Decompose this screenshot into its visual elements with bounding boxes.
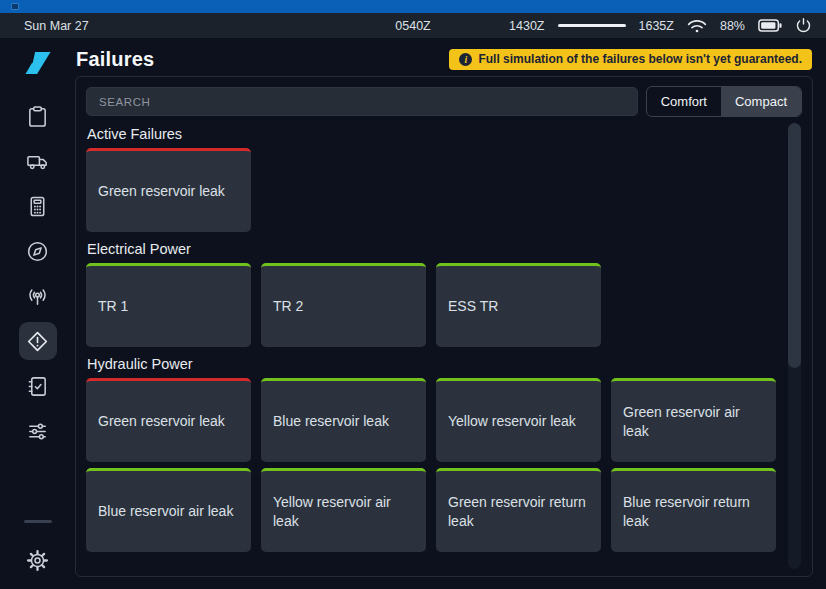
- warning-banner-text: Full simulation of the failures below is…: [478, 52, 802, 66]
- section-title: Active Failures: [87, 126, 775, 143]
- statusbar-slider-start-time: 1430Z: [509, 19, 544, 33]
- scrollbar-thumb[interactable]: [788, 123, 801, 368]
- sidebar-item-settings[interactable]: [19, 541, 57, 579]
- time-slider[interactable]: [558, 24, 626, 27]
- statusbar: Sun Mar 27 0540Z 1430Z 1635Z 88%: [0, 13, 826, 38]
- warning-banner: i Full simulation of the failures below …: [449, 49, 812, 70]
- failure-card-yellow-reservoir-leak[interactable]: Yellow reservoir leak: [436, 378, 601, 462]
- failure-card-label: Green reservoir leak: [98, 182, 225, 201]
- sidebar: [0, 38, 75, 589]
- compact-view-button[interactable]: Compact: [721, 87, 801, 116]
- scrollbar-track[interactable]: [788, 123, 801, 569]
- sidebar-item-performance[interactable]: [19, 187, 57, 225]
- section-title: Hydraulic Power: [87, 356, 775, 373]
- broadcast-icon: [26, 285, 49, 308]
- failure-card-blue-reservoir-leak[interactable]: Blue reservoir leak: [261, 378, 426, 462]
- failure-card-yellow-reservoir-air-leak[interactable]: Yellow reservoir air leak: [261, 468, 426, 552]
- page-title: Failures: [76, 48, 154, 71]
- failure-card-label: Green reservoir return leak: [448, 493, 589, 531]
- failure-card-label: TR 2: [273, 297, 303, 316]
- sidebar-divider: [24, 520, 52, 523]
- failure-card-tr-1[interactable]: TR 1: [86, 263, 251, 347]
- warning-diamond-icon: [26, 330, 49, 353]
- failure-card-green-reservoir-leak[interactable]: Green reservoir leak: [86, 148, 251, 232]
- card-grid: Green reservoir leak: [86, 148, 776, 232]
- truck-icon: [26, 150, 49, 173]
- sidebar-item-ground[interactable]: [19, 142, 57, 180]
- compass-icon: [26, 240, 49, 263]
- sidebar-item-failures[interactable]: [19, 322, 57, 360]
- window-icon: [11, 3, 19, 10]
- battery-icon: [758, 19, 782, 32]
- statusbar-slider-end-time: 1635Z: [639, 19, 674, 33]
- failure-card-green-reservoir-return-leak[interactable]: Green reservoir return leak: [436, 468, 601, 552]
- battery-percent: 88%: [720, 19, 745, 33]
- section-title: Electrical Power: [87, 241, 775, 258]
- clipboard-icon: [26, 105, 49, 128]
- failure-card-label: ESS TR: [448, 297, 498, 316]
- failure-card-blue-reservoir-air-leak[interactable]: Blue reservoir air leak: [86, 468, 251, 552]
- power-icon[interactable]: [795, 17, 812, 34]
- failure-card-label: Yellow reservoir air leak: [273, 493, 414, 531]
- gear-icon: [26, 549, 49, 572]
- view-toggle: Comfort Compact: [646, 86, 802, 117]
- failures-panel: Comfort Compact Active FailuresGreen res…: [75, 76, 813, 577]
- failure-card-label: Blue reservoir leak: [273, 412, 389, 431]
- sidebar-item-dashboard[interactable]: [19, 97, 57, 135]
- failure-card-label: Green reservoir air leak: [623, 403, 764, 441]
- search-input[interactable]: [86, 87, 638, 116]
- failure-card-green-reservoir-air-leak[interactable]: Green reservoir air leak: [611, 378, 776, 462]
- calculator-icon: [26, 195, 49, 218]
- failure-card-label: Green reservoir leak: [98, 412, 225, 431]
- failure-card-label: TR 1: [98, 297, 128, 316]
- sliders-icon: [26, 420, 49, 443]
- comfort-view-button[interactable]: Comfort: [647, 87, 721, 116]
- info-icon: i: [459, 53, 472, 66]
- sidebar-item-navigation[interactable]: [19, 232, 57, 270]
- card-grid: TR 1TR 2ESS TR: [86, 263, 776, 347]
- failure-card-green-reservoir-leak[interactable]: Green reservoir leak: [86, 378, 251, 462]
- checklist-icon: [26, 375, 49, 398]
- failure-card-blue-reservoir-return-leak[interactable]: Blue reservoir return leak: [611, 468, 776, 552]
- statusbar-current-time: 0540Z: [395, 19, 430, 33]
- failure-card-label: Blue reservoir return leak: [623, 493, 764, 531]
- wifi-icon: [687, 18, 707, 34]
- sidebar-item-atc[interactable]: [19, 277, 57, 315]
- sidebar-item-checklists[interactable]: [19, 367, 57, 405]
- failure-card-ess-tr[interactable]: ESS TR: [436, 263, 601, 347]
- failure-card-label: Blue reservoir air leak: [98, 502, 233, 521]
- flybywire-logo: [22, 50, 54, 81]
- card-grid: Green reservoir leakBlue reservoir leakY…: [86, 378, 776, 552]
- statusbar-date: Sun Mar 27: [24, 19, 89, 33]
- failure-sections: Active FailuresGreen reservoir leakElect…: [86, 126, 776, 552]
- failure-card-tr-2[interactable]: TR 2: [261, 263, 426, 347]
- failure-card-label: Yellow reservoir leak: [448, 412, 576, 431]
- sidebar-item-presets[interactable]: [19, 412, 57, 450]
- window-titlebar: [0, 0, 826, 13]
